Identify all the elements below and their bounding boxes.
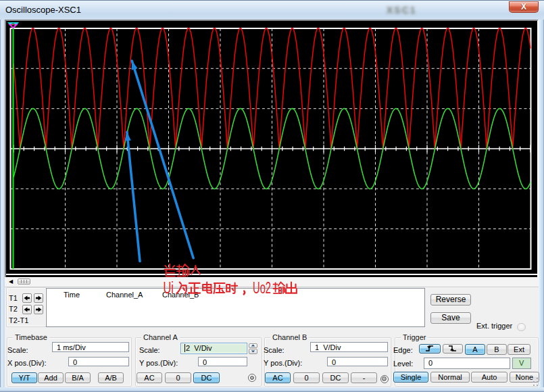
svg-text:Uo2: Uo2 <box>253 279 271 297</box>
svg-text:Ui: Ui <box>164 279 174 297</box>
